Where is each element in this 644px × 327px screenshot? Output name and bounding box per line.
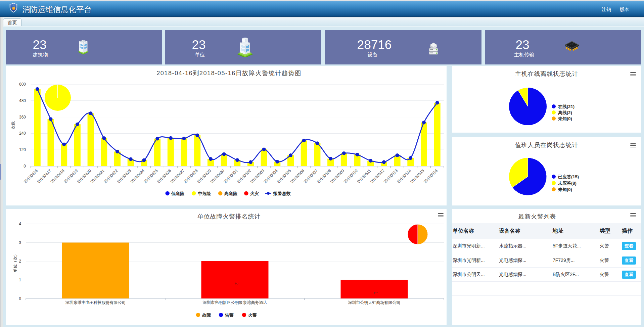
svg-text:单位故障火警排名统计: 单位故障火警排名统计: [197, 213, 261, 220]
svg-text:20180513: 20180513: [383, 168, 399, 184]
svg-text:2: 2: [234, 282, 239, 285]
svg-text:20180423: 20180423: [116, 168, 132, 184]
svg-text:20180501: 20180501: [223, 168, 239, 184]
svg-text:20180503: 20180503: [249, 168, 266, 184]
svg-text:20180418: 20180418: [49, 168, 65, 184]
svg-text:20180506: 20180506: [289, 168, 306, 184]
svg-text:600: 600: [19, 82, 26, 87]
svg-text:20180507: 20180507: [303, 168, 319, 184]
svg-text:深圳东维丰电子科技股份有限公司: 深圳东维丰电子科技股份有限公司: [65, 300, 126, 305]
svg-text:4: 4: [19, 222, 21, 226]
svg-text:2: 2: [19, 259, 21, 264]
svg-text:未知(0): 未知(0): [558, 187, 572, 192]
svg-text:20180419: 20180419: [63, 168, 79, 184]
svg-text:深圳市光明新区公明聚泉湾商务酒店: 深圳市光明新区公明聚泉湾商务酒店: [203, 300, 267, 305]
svg-text:3: 3: [19, 240, 21, 245]
svg-text:20180429: 20180429: [196, 168, 212, 184]
svg-text:火灾: 火灾: [250, 191, 259, 196]
svg-text:20180426: 20180426: [156, 168, 172, 184]
svg-text:20180425: 20180425: [143, 168, 159, 184]
svg-text:告警: 告警: [225, 313, 234, 318]
svg-text:20180430: 20180430: [210, 168, 226, 184]
svg-text:0: 0: [19, 296, 21, 301]
svg-text:20180508: 20180508: [316, 168, 332, 184]
svg-text:20180422: 20180422: [103, 168, 119, 184]
svg-text:主机在线离线状态统计: 主机在线离线状态统计: [515, 71, 578, 77]
svg-text:20180421: 20180421: [89, 168, 105, 184]
svg-text:深圳市公明天虹商场有限公司: 深圳市公明天虹商场有限公司: [348, 300, 401, 305]
svg-text:0: 0: [24, 164, 26, 169]
svg-text:1: 1: [373, 292, 378, 294]
svg-text:20180416: 20180416: [23, 168, 39, 184]
svg-text:火警: 火警: [248, 313, 257, 318]
svg-text:360: 360: [19, 115, 26, 120]
svg-text:480: 480: [19, 98, 26, 103]
svg-text:20180505: 20180505: [276, 168, 292, 184]
svg-text:在线(21): 在线(21): [558, 104, 574, 109]
svg-text:低危险: 低危险: [171, 191, 185, 196]
svg-text:报警总数: 报警总数: [273, 191, 291, 196]
svg-text:20180504: 20180504: [263, 168, 279, 184]
svg-text:故障: 故障: [202, 313, 211, 318]
svg-text:值班人员在岗状态统计: 值班人员在岗状态统计: [515, 142, 578, 148]
svg-text:2018-04-16到2018-05-16日故障火警统计趋势: 2018-04-16到2018-05-16日故障火警统计趋势图: [156, 70, 302, 77]
svg-text:20180510: 20180510: [342, 168, 359, 184]
svg-text:20180424: 20180424: [129, 168, 145, 184]
svg-text:20180509: 20180509: [329, 168, 346, 184]
svg-text:未知(0): 未知(0): [558, 116, 572, 121]
svg-text:次数: 次数: [11, 121, 15, 129]
svg-text:离线(2): 离线(2): [558, 110, 572, 115]
svg-text:单位（次）: 单位（次）: [13, 252, 17, 272]
svg-text:未应答(8): 未应答(8): [558, 181, 577, 186]
svg-text:中危险: 中危险: [198, 191, 211, 196]
svg-text:已应答(15): 已应答(15): [558, 174, 579, 179]
svg-text:120: 120: [19, 147, 26, 152]
svg-text:20180514: 20180514: [396, 168, 412, 184]
svg-text:高危险: 高危险: [224, 191, 238, 196]
svg-text:20180512: 20180512: [369, 168, 385, 184]
svg-text:20180516: 20180516: [423, 168, 439, 184]
svg-text:20180428: 20180428: [183, 168, 199, 184]
svg-text:20180502: 20180502: [236, 168, 252, 184]
svg-text:20180427: 20180427: [169, 168, 185, 184]
svg-text:240: 240: [19, 131, 26, 136]
svg-text:20180420: 20180420: [76, 168, 92, 184]
svg-text:20180515: 20180515: [409, 168, 425, 184]
svg-text:1: 1: [19, 278, 21, 282]
svg-text:20180417: 20180417: [36, 168, 52, 184]
